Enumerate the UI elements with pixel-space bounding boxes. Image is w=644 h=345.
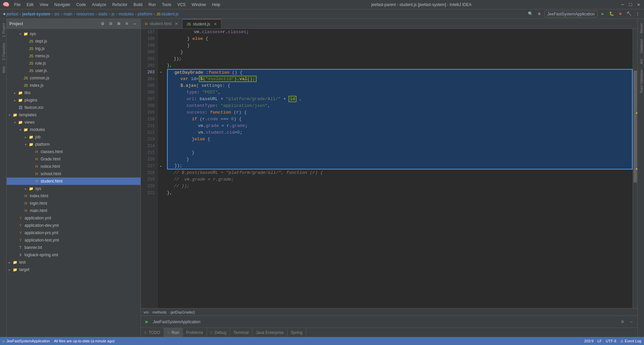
tree-item-grade-html[interactable]: H Grade.html bbox=[7, 155, 141, 163]
scrollbar[interactable] bbox=[633, 29, 637, 308]
nav-more-btn[interactable]: ⋮ bbox=[634, 10, 641, 18]
tree-item-log-js[interactable]: JS log.js bbox=[7, 45, 141, 52]
bc-methods[interactable]: methods bbox=[152, 310, 166, 314]
bottom-tab-java-enterprise[interactable]: Java Enterprise bbox=[252, 328, 287, 337]
tree-item-school-html[interactable]: H school.html bbox=[7, 170, 141, 178]
left-tool-project[interactable]: 1: Project bbox=[0, 20, 6, 40]
tree-item-common-js[interactable]: JS common.js bbox=[7, 74, 141, 82]
menu-tools[interactable]: Tools bbox=[159, 2, 174, 8]
run-panel-close-icon[interactable]: — bbox=[628, 319, 635, 325]
tree-item-main-html[interactable]: H main.html bbox=[7, 207, 141, 214]
nav-build-btn[interactable]: 🔨 bbox=[625, 10, 633, 18]
tree-item-index-js[interactable]: JS index.js bbox=[7, 82, 141, 89]
left-tool-favorites[interactable]: 2: Favorites bbox=[0, 40, 6, 63]
run-icon[interactable]: ▶ bbox=[144, 319, 150, 325]
breadcrumb-jeefast-system[interactable]: jeefast-system bbox=[22, 12, 50, 16]
right-tool-database[interactable]: Database bbox=[638, 36, 644, 56]
nav-back-icon[interactable]: ◀ bbox=[3, 11, 5, 16]
breadcrumb-static[interactable]: static bbox=[98, 12, 108, 16]
tree-item-classes-html[interactable]: H classes.html bbox=[7, 148, 141, 155]
tree-item-application-dev-yml[interactable]: Y application-dev.yml bbox=[7, 222, 141, 229]
sidebar-settings-icon[interactable]: ≡ bbox=[124, 21, 130, 27]
bottom-tab-terminal[interactable]: Terminal bbox=[230, 328, 252, 337]
breadcrumb-js[interactable]: js bbox=[112, 12, 115, 16]
menu-build[interactable]: Build bbox=[131, 2, 145, 8]
menu-run[interactable]: Run bbox=[146, 2, 159, 8]
run-status[interactable]: ▶ JeeFastSystemApplication bbox=[3, 339, 50, 343]
tree-item-platform[interactable]: ▾ 📁 platform bbox=[7, 141, 141, 148]
breadcrumb-main[interactable]: main bbox=[64, 12, 72, 16]
bottom-tab-run[interactable]: 4: Run bbox=[164, 328, 183, 337]
sidebar-expand-icon[interactable]: ⊞ bbox=[116, 21, 122, 27]
bottom-tab-todo[interactable]: 6: TODO bbox=[141, 328, 164, 337]
tree-item-index-html[interactable]: H index.html bbox=[7, 192, 141, 200]
tree-item-user-js[interactable]: JS user.js bbox=[7, 67, 141, 74]
tree-item-application-yml[interactable]: Y application.yml bbox=[7, 214, 141, 222]
tree-item-target[interactable]: ▸ 📁 target bbox=[7, 266, 141, 273]
breadcrumb-platform[interactable]: platform bbox=[138, 12, 152, 16]
tree-item-banner-txt[interactable]: T banner.txt bbox=[7, 244, 141, 251]
tree-item-favicon[interactable]: 🖼 favicon.ico bbox=[7, 104, 141, 111]
tree-item-logback-xml[interactable]: X logback-spring.xml bbox=[7, 251, 141, 259]
menu-edit[interactable]: Edit bbox=[24, 2, 36, 8]
menu-window[interactable]: Window bbox=[189, 2, 209, 8]
tree-item-job[interactable]: ▸ 📁 job bbox=[7, 133, 141, 141]
menu-refactor[interactable]: Refactor bbox=[110, 2, 130, 8]
code-content[interactable]: vm.classes=r.classes; } else { } } }); bbox=[164, 29, 633, 308]
menu-view[interactable]: View bbox=[37, 2, 51, 8]
menu-file[interactable]: File bbox=[11, 2, 23, 8]
tree-item-templates[interactable]: ▾ 📁 templates bbox=[7, 111, 141, 119]
nav-settings-btn[interactable]: ⚙ bbox=[536, 10, 543, 18]
breadcrumb-resources[interactable]: resources bbox=[76, 12, 94, 16]
sidebar-collapse-icon[interactable]: ⊟ bbox=[108, 21, 114, 27]
menu-help[interactable]: Help bbox=[209, 2, 223, 8]
tab-student-js-close[interactable]: ✕ bbox=[214, 22, 217, 26]
breadcrumb-student-js[interactable]: student.js bbox=[161, 12, 178, 16]
tree-item-views[interactable]: ▾ 📁 views bbox=[7, 119, 141, 126]
right-tool-team-validation[interactable]: Team Validation bbox=[638, 67, 644, 96]
nav-stop-btn[interactable]: ■ bbox=[616, 10, 624, 18]
status-line-ending[interactable]: LF bbox=[597, 339, 602, 343]
right-tool-maven[interactable]: Maven bbox=[638, 20, 644, 36]
breadcrumb-modules[interactable]: modules bbox=[118, 12, 133, 16]
bottom-tab-debug[interactable]: 5: Debug bbox=[207, 328, 230, 337]
run-panel-settings-icon[interactable]: ⚙ bbox=[619, 319, 626, 325]
tree-item-application-pro-yml[interactable]: Y application-pro.yml bbox=[7, 229, 141, 236]
close-button[interactable]: ✕ bbox=[636, 2, 641, 7]
menu-vcs[interactable]: VCS bbox=[175, 2, 189, 8]
tree-item-sys-views[interactable]: ▸ 📁 sys bbox=[7, 185, 141, 192]
bottom-tab-spring[interactable]: Spring bbox=[287, 328, 306, 337]
nav-run-btn[interactable]: ▶ bbox=[599, 10, 606, 18]
sidebar-gear-icon[interactable]: ⚙ bbox=[100, 21, 106, 27]
sidebar-close-icon[interactable]: — bbox=[132, 21, 138, 27]
tree-item-sys[interactable]: ▾ 📁 sys bbox=[7, 30, 141, 38]
tree-item-menu-js[interactable]: JS menu.js bbox=[7, 52, 141, 60]
nav-search-btn[interactable]: 🔍 bbox=[527, 10, 534, 18]
maximize-button[interactable]: □ bbox=[628, 2, 633, 7]
bc-vm[interactable]: vm bbox=[144, 310, 149, 314]
menu-navigate[interactable]: Navigate bbox=[52, 2, 73, 8]
tab-student-html[interactable]: H student.html ✕ bbox=[141, 19, 182, 28]
menu-analyze[interactable]: Analyze bbox=[89, 2, 109, 8]
nav-debug-btn[interactable]: 🐛 bbox=[608, 10, 615, 18]
bc-getDayGrade[interactable]: getDayGrade() bbox=[170, 310, 195, 314]
tree-item-student-html[interactable]: H student.html bbox=[7, 178, 141, 185]
status-event-log[interactable]: ⚠ Event Log bbox=[620, 339, 641, 343]
tab-student-js[interactable]: JS student.js ✕ bbox=[182, 19, 221, 28]
tree-item-modules[interactable]: ▾ 📁 modules bbox=[7, 126, 141, 133]
right-tool-ant[interactable]: Ant bbox=[638, 56, 644, 67]
breadcrumb-src[interactable]: src bbox=[54, 12, 60, 16]
tree-item-application-test-yml[interactable]: Y application-test.yml bbox=[7, 236, 141, 244]
minimize-button[interactable]: ─ bbox=[620, 2, 625, 7]
tree-item-role-js[interactable]: JS role.js bbox=[7, 60, 141, 67]
menu-code[interactable]: Code bbox=[73, 2, 89, 8]
tree-item-test[interactable]: ▸ 📁 test bbox=[7, 259, 141, 266]
breadcrumb-jeefast[interactable]: jeefast bbox=[6, 12, 18, 16]
run-config-button[interactable]: JeeFastSystemApplication bbox=[544, 11, 598, 17]
tree-item-dept-js[interactable]: JS dept.js bbox=[7, 38, 141, 45]
bottom-tab-problems[interactable]: Problems bbox=[183, 328, 207, 337]
tree-item-libs[interactable]: ▸ 📁 libs bbox=[7, 89, 141, 96]
tab-student-html-close[interactable]: ✕ bbox=[175, 21, 178, 26]
status-position[interactable]: 203:9 bbox=[584, 339, 594, 343]
tree-item-notice-html[interactable]: H notice.html bbox=[7, 163, 141, 170]
